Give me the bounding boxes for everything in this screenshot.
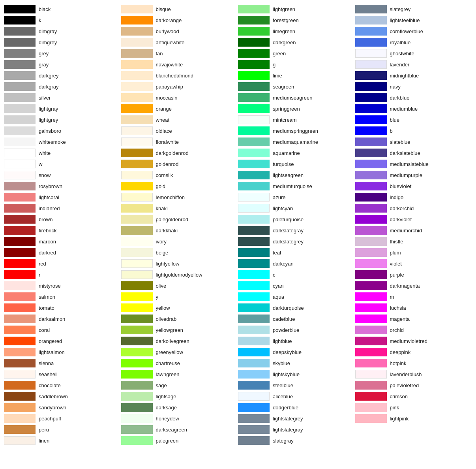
color-swatch bbox=[121, 237, 153, 246]
color-swatch bbox=[121, 259, 153, 268]
color-label: skyblue bbox=[273, 360, 290, 366]
color-label: olive bbox=[156, 283, 167, 289]
color-label: orchid bbox=[390, 327, 404, 333]
color-label: lightgoldenrodyellow bbox=[156, 272, 202, 278]
color-swatch bbox=[355, 115, 387, 124]
color-item: brown bbox=[4, 214, 121, 224]
color-item: lightcoral bbox=[4, 192, 121, 202]
color-item: plum bbox=[355, 247, 472, 258]
color-swatch bbox=[238, 403, 270, 412]
color-label: purple bbox=[390, 272, 404, 278]
color-swatch bbox=[355, 27, 387, 36]
color-swatch bbox=[4, 226, 36, 235]
color-item: mediumspringgreen bbox=[238, 126, 355, 136]
color-item: lightgray bbox=[4, 104, 121, 114]
color-label: dimgray bbox=[39, 28, 57, 34]
color-label: deeppink bbox=[390, 349, 411, 355]
color-item: rosybrown bbox=[4, 181, 121, 191]
color-item: darkorchid bbox=[355, 203, 472, 213]
color-swatch bbox=[238, 281, 270, 290]
color-item: sandybrown bbox=[4, 402, 121, 412]
color-swatch bbox=[4, 326, 36, 334]
color-swatch bbox=[238, 292, 270, 301]
color-swatch bbox=[355, 5, 387, 13]
color-swatch bbox=[4, 126, 36, 135]
color-swatch bbox=[238, 259, 270, 268]
color-item: c bbox=[238, 269, 355, 280]
color-label: coral bbox=[39, 327, 50, 333]
color-swatch bbox=[121, 38, 153, 47]
color-swatch bbox=[4, 49, 36, 58]
color-label: lime bbox=[273, 73, 282, 79]
color-swatch bbox=[238, 226, 270, 235]
color-swatch bbox=[355, 126, 387, 135]
color-swatch bbox=[238, 436, 270, 445]
color-item: gold bbox=[121, 181, 238, 191]
color-label: aliceblue bbox=[273, 394, 293, 399]
color-swatch bbox=[4, 171, 36, 179]
color-label: floralwhite bbox=[156, 139, 179, 145]
color-label: navajowhite bbox=[156, 62, 183, 68]
color-label: pink bbox=[390, 405, 399, 411]
color-swatch bbox=[355, 49, 387, 58]
color-label: darksalmon bbox=[39, 316, 65, 322]
color-item: lightgreen bbox=[238, 4, 355, 14]
color-item: darkblue bbox=[355, 92, 472, 103]
color-swatch bbox=[238, 82, 270, 91]
color-label: peru bbox=[39, 427, 49, 433]
color-swatch bbox=[238, 337, 270, 345]
color-label: chocolate bbox=[39, 382, 61, 388]
color-swatch bbox=[238, 149, 270, 157]
color-swatch bbox=[121, 5, 153, 13]
color-swatch bbox=[355, 436, 387, 445]
color-swatch bbox=[4, 204, 36, 213]
color-label: cadetblue bbox=[273, 316, 295, 322]
color-item: chocolate bbox=[4, 380, 121, 390]
color-column-3: lightgreenforestgreenlimegreendarkgreeng… bbox=[238, 4, 355, 446]
color-label: crimson bbox=[390, 394, 408, 399]
color-label: tomato bbox=[39, 305, 54, 311]
color-label: cornflowerblue bbox=[390, 28, 424, 34]
color-label: plum bbox=[390, 250, 401, 256]
color-label: steelblue bbox=[273, 382, 293, 388]
color-label: darkkhaki bbox=[156, 228, 178, 234]
color-swatch bbox=[121, 182, 153, 190]
color-item: cornsilk bbox=[121, 170, 238, 180]
color-swatch bbox=[355, 425, 387, 434]
color-swatch bbox=[4, 436, 36, 445]
color-item: blue bbox=[355, 115, 472, 125]
color-swatch bbox=[355, 237, 387, 246]
color-swatch bbox=[4, 215, 36, 224]
color-item: khaki bbox=[121, 203, 238, 213]
color-label: mediumaquamarine bbox=[273, 139, 318, 145]
color-label: lightgrey bbox=[39, 117, 58, 123]
color-swatch bbox=[121, 370, 153, 379]
color-label: yellow bbox=[156, 305, 170, 311]
color-swatch bbox=[4, 193, 36, 202]
color-swatch bbox=[121, 436, 153, 445]
color-label: tan bbox=[156, 51, 163, 57]
color-swatch bbox=[121, 337, 153, 345]
color-item: b bbox=[355, 126, 472, 136]
color-item: skyblue bbox=[238, 358, 355, 368]
color-item: darkcyan bbox=[238, 258, 355, 269]
color-item: darkgrey bbox=[4, 70, 121, 81]
color-label: darkseagreen bbox=[156, 427, 187, 433]
color-swatch bbox=[238, 71, 270, 80]
color-item: y bbox=[121, 292, 238, 302]
color-label: seagreen bbox=[273, 84, 294, 90]
color-label: antiquewhite bbox=[156, 40, 185, 45]
color-swatch bbox=[238, 248, 270, 257]
color-item: violet bbox=[355, 258, 472, 269]
color-label: lightsalmon bbox=[39, 349, 65, 355]
color-swatch bbox=[238, 392, 270, 401]
color-swatch bbox=[4, 392, 36, 401]
color-item: mediumvioletred bbox=[355, 336, 472, 346]
color-label: paleturquoise bbox=[273, 217, 304, 222]
color-label: navy bbox=[390, 84, 401, 90]
color-swatch bbox=[355, 38, 387, 47]
color-item: powderblue bbox=[238, 325, 355, 335]
color-swatch bbox=[4, 425, 36, 434]
color-item bbox=[355, 435, 472, 446]
color-label: black bbox=[39, 6, 51, 12]
